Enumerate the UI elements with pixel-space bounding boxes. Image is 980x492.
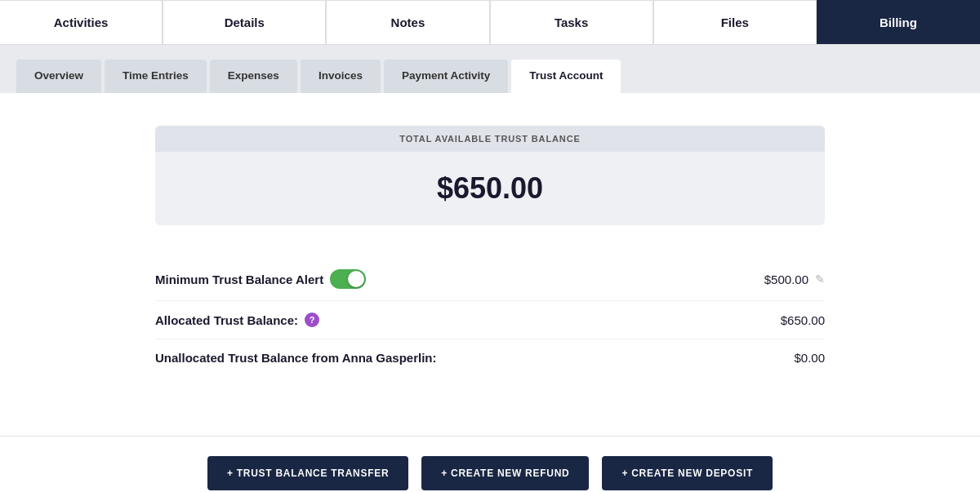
toggle-0[interactable] <box>330 269 366 289</box>
info-row-value-1: $650.00 <box>781 313 825 327</box>
info-row-label-text-2: Unallocated Trust Balance from Anna Gasp… <box>155 351 437 365</box>
info-row-label-2: Unallocated Trust Balance from Anna Gasp… <box>155 351 437 365</box>
bottom-actions: + TRUST BALANCE TRANSFER+ CREATE NEW REF… <box>0 436 980 492</box>
top-tab-notes[interactable]: Notes <box>326 0 489 44</box>
balance-card: TOTAL AVAILABLE TRUST BALANCE $650.00 <box>155 126 825 225</box>
top-tab-details[interactable]: Details <box>163 0 326 44</box>
create-new-deposit-button[interactable]: + CREATE NEW DEPOSIT <box>602 456 773 490</box>
sub-tab-trust-account[interactable]: Trust Account <box>511 60 621 93</box>
sub-tab-expenses[interactable]: Expenses <box>210 60 297 93</box>
info-row-label-1: Allocated Trust Balance:? <box>155 312 319 327</box>
sub-tab-invoices[interactable]: Invoices <box>301 60 381 93</box>
info-row-value-2: $0.00 <box>794 351 825 365</box>
trust-balance-transfer-button[interactable]: + TRUST BALANCE TRANSFER <box>207 456 408 490</box>
top-tab-activities[interactable]: Activities <box>0 0 163 44</box>
top-tab-bar: ActivitiesDetailsNotesTasksFilesBilling <box>0 0 980 45</box>
info-row-value-text-1: $650.00 <box>781 313 825 327</box>
top-tab-files[interactable]: Files <box>653 0 817 44</box>
toggle-thumb-0 <box>348 271 364 287</box>
sub-tab-payment-activity[interactable]: Payment Activity <box>384 60 508 93</box>
info-row-0: Minimum Trust Balance Alert$500.00✎ <box>155 258 825 301</box>
balance-card-header: TOTAL AVAILABLE TRUST BALANCE <box>155 126 825 152</box>
sub-tab-bar: OverviewTime EntriesExpensesInvoicesPaym… <box>0 45 980 93</box>
edit-icon-0[interactable]: ✎ <box>815 273 825 286</box>
main-content: TOTAL AVAILABLE TRUST BALANCE $650.00 Mi… <box>0 93 980 436</box>
top-tab-billing[interactable]: Billing <box>817 0 980 44</box>
sub-tab-time-entries[interactable]: Time Entries <box>105 60 207 93</box>
help-icon-1[interactable]: ? <box>305 312 319 327</box>
info-row-label-text-1: Allocated Trust Balance: <box>155 313 298 327</box>
info-row-2: Unallocated Trust Balance from Anna Gasp… <box>155 339 825 376</box>
info-rows: Minimum Trust Balance Alert$500.00✎Alloc… <box>155 250 825 384</box>
info-row-value-text-2: $0.00 <box>794 351 825 365</box>
info-row-value-text-0: $500.00 <box>764 273 808 286</box>
info-row-label-0: Minimum Trust Balance Alert <box>155 269 366 289</box>
balance-card-amount: $650.00 <box>155 152 825 225</box>
sub-tab-overview[interactable]: Overview <box>16 60 101 93</box>
top-tab-tasks[interactable]: Tasks <box>490 0 653 44</box>
info-row-value-0: $500.00✎ <box>764 273 825 286</box>
info-row-label-text-0: Minimum Trust Balance Alert <box>155 273 323 286</box>
create-new-refund-button[interactable]: + CREATE NEW REFUND <box>421 456 589 490</box>
info-row-1: Allocated Trust Balance:?$650.00 <box>155 301 825 339</box>
